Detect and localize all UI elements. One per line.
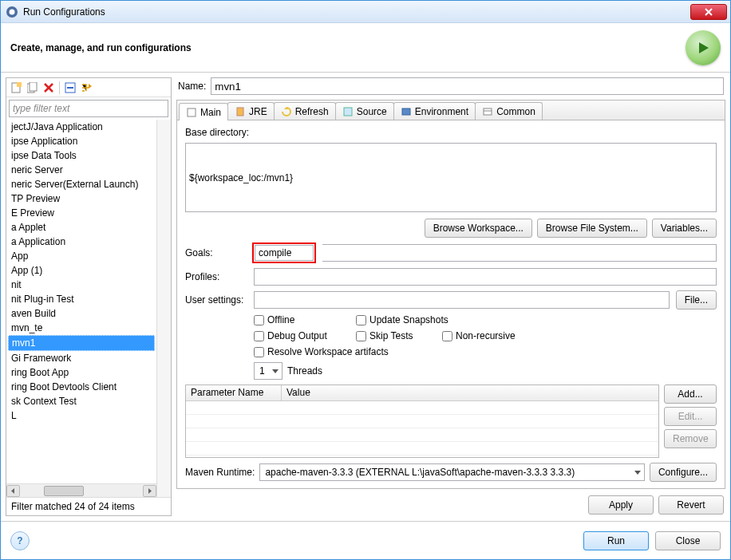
tree-item[interactable]: ipse Application [8, 134, 155, 148]
user-settings-label: User settings: [185, 294, 247, 306]
debug-output-label: Debug Output [267, 330, 327, 341]
param-col-name[interactable]: Parameter Name [186, 385, 282, 400]
offline-checkbox[interactable]: Offline [254, 314, 342, 325]
goals-input[interactable] [255, 245, 314, 261]
close-button[interactable]: Close [655, 531, 721, 550]
tree-item[interactable]: a Applet [8, 220, 155, 235]
tab-main[interactable]: Main [179, 103, 228, 120]
param-edit-button[interactable]: Edit... [664, 407, 717, 426]
param-remove-button[interactable]: Remove [664, 429, 717, 448]
file-button[interactable]: File... [676, 290, 717, 310]
tab-main-body: Base directory: Browse Workspace... Brow… [177, 120, 725, 488]
svg-rect-16 [484, 108, 492, 115]
tree-item[interactable]: E Preview [8, 206, 155, 220]
tree-item[interactable]: mvn1 [8, 335, 155, 351]
filter-input[interactable] [9, 100, 168, 117]
offline-label: Offline [267, 314, 294, 325]
tree-item[interactable]: App (1) [8, 263, 155, 278]
tab-common-label: Common [496, 106, 535, 117]
goals-label: Goals: [185, 247, 247, 258]
duplicate-config-icon[interactable] [26, 81, 40, 95]
svg-point-1 [10, 9, 15, 14]
tab-environment[interactable]: Environment [393, 102, 476, 120]
tab-source[interactable]: Source [335, 102, 394, 120]
main-tab-icon [186, 107, 197, 118]
dialog-header: Create, manage, and run configurations [1, 23, 730, 73]
dialog-body: jectJ/Java Applicationipse Applicationip… [1, 73, 730, 521]
tab-jre[interactable]: JRE [227, 102, 275, 120]
parameter-table[interactable]: Parameter Name Value [185, 385, 659, 458]
tree-item[interactable]: ipse Data Tools [8, 148, 155, 163]
left-panel: jectJ/Java Applicationipse Applicationip… [6, 77, 172, 516]
runtime-combo[interactable]: apache-maven-3.3.3 (EXTERNAL L:\javaSoft… [259, 463, 645, 481]
name-input[interactable] [211, 77, 724, 95]
tree-item[interactable]: neric Server [8, 163, 155, 177]
run-button[interactable]: Run [583, 531, 649, 550]
h-scrollbar[interactable] [6, 483, 156, 497]
tab-refresh-label: Refresh [295, 106, 329, 117]
tab-refresh[interactable]: Refresh [274, 102, 336, 120]
tree-item[interactable]: mvn_te [8, 321, 155, 335]
user-settings-input[interactable] [254, 291, 670, 309]
tree-item[interactable]: nit [8, 278, 155, 292]
tree-item[interactable]: neric Server(External Launch) [8, 177, 155, 191]
tree-item[interactable]: ring Boot App [8, 365, 155, 380]
debug-output-checkbox[interactable]: Debug Output [254, 330, 342, 341]
name-label: Name: [178, 81, 206, 92]
tree-item[interactable]: Gi Framework [8, 351, 155, 365]
tab-common[interactable]: Common [475, 102, 543, 120]
tree-item[interactable]: L [8, 408, 155, 423]
common-tab-icon [482, 106, 493, 117]
scroll-thumb[interactable] [44, 486, 84, 496]
tree-item[interactable]: a Application [8, 235, 155, 249]
tree-item[interactable]: ring Boot Devtools Client [8, 380, 155, 394]
profiles-input[interactable] [254, 268, 717, 286]
tree-item[interactable]: nit Plug-in Test [8, 292, 155, 306]
browse-workspace-button[interactable]: Browse Workspace... [425, 219, 532, 238]
tree-item[interactable]: App [8, 249, 155, 263]
scroll-left-icon[interactable] [6, 485, 20, 497]
apply-button[interactable]: Apply [588, 495, 654, 515]
update-snapshots-label: Update Snapshots [369, 314, 448, 325]
non-recursive-label: Non-recursive [456, 330, 516, 341]
svg-rect-15 [402, 108, 410, 115]
tree-item[interactable]: TP Preview [8, 191, 155, 206]
revert-button[interactable]: Revert [658, 495, 724, 515]
param-add-button[interactable]: Add... [664, 385, 717, 404]
separator [59, 81, 60, 94]
v-scrollbar[interactable] [156, 120, 171, 497]
resolve-workspace-checkbox[interactable]: Resolve Workspace artifacts [254, 346, 429, 357]
runtime-label: Maven Runtime: [185, 467, 255, 478]
param-col-value[interactable]: Value [282, 385, 658, 400]
delete-config-icon[interactable] [41, 81, 56, 95]
app-icon [6, 6, 18, 18]
tab-main-label: Main [200, 107, 221, 118]
help-button[interactable]: ? [10, 531, 30, 550]
base-directory-input[interactable] [185, 143, 717, 212]
tree-item[interactable]: aven Build [8, 306, 155, 321]
footer: ? Run Close [1, 521, 730, 559]
scroll-right-icon[interactable] [143, 485, 156, 497]
variables-button[interactable]: Variables... [652, 219, 717, 238]
threads-value: 1 [259, 365, 265, 377]
threads-label: Threads [287, 365, 322, 377]
non-recursive-checkbox[interactable]: Non-recursive [442, 330, 530, 341]
jre-tab-icon [235, 106, 246, 117]
skip-tests-checkbox[interactable]: Skip Tests [356, 330, 428, 341]
tree-item[interactable]: sk Context Test [8, 394, 155, 408]
window-close-button[interactable] [690, 4, 727, 20]
skip-tests-label: Skip Tests [369, 330, 413, 341]
new-config-icon[interactable] [10, 81, 24, 95]
run-icon [686, 30, 721, 65]
collapse-all-icon[interactable] [63, 81, 77, 95]
update-snapshots-checkbox[interactable]: Update Snapshots [356, 314, 448, 325]
filter-icon[interactable] [79, 81, 93, 95]
browse-filesystem-button[interactable]: Browse File System... [537, 219, 647, 238]
svg-marker-10 [148, 488, 152, 494]
env-tab-icon [401, 106, 412, 117]
profiles-label: Profiles: [185, 271, 247, 282]
tree-item[interactable]: jectJ/Java Application [8, 120, 155, 134]
config-tree[interactable]: jectJ/Java Applicationipse Applicationip… [8, 120, 155, 483]
threads-combo[interactable]: 1 [254, 362, 283, 380]
configure-button[interactable]: Configure... [650, 463, 717, 482]
